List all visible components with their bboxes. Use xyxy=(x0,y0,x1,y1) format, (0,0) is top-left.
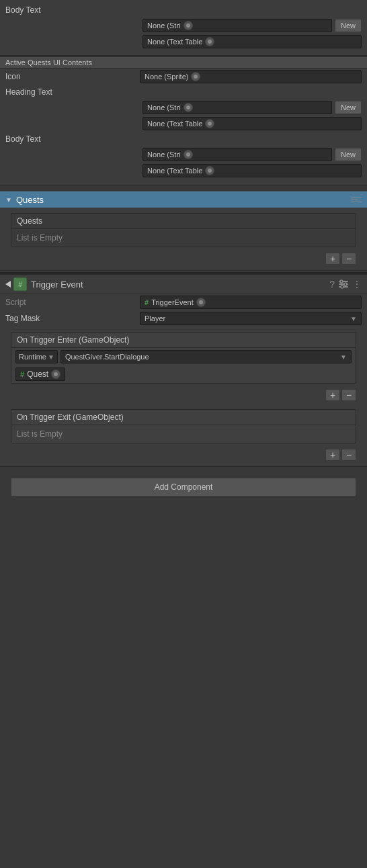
none-string-body-row: None (Stri New xyxy=(0,146,367,163)
circle-body-btn[interactable] xyxy=(184,150,193,159)
runtime-arrow: ▼ xyxy=(48,353,54,361)
new-button-heading[interactable]: New xyxy=(335,101,362,114)
icon-label: Icon xyxy=(5,72,140,81)
none-text-table-heading-text: None (Text Table xyxy=(147,120,202,128)
function-text: QuestGiver.StartDialogue xyxy=(65,353,340,361)
runtime-text: Runtime xyxy=(19,353,46,361)
tag-mask-dropdown[interactable]: Player ▼ xyxy=(140,312,362,325)
script-field-row: Script # TriggerEvent xyxy=(0,294,367,310)
quests-list-container: Quests List is Empty xyxy=(11,213,356,247)
body-text-aq-label: Body Text xyxy=(5,134,140,144)
active-quests-header-text: Active Quests UI Contents xyxy=(5,58,92,67)
trigger-exit-remove-btn[interactable]: − xyxy=(341,449,356,461)
none-string-heading-row: None (Stri New xyxy=(0,99,367,116)
quest-hash-icon: # xyxy=(20,370,24,378)
on-trigger-enter-header: On Trigger Enter (GameObject) xyxy=(11,333,356,348)
new-button-1[interactable]: New xyxy=(335,19,362,32)
trigger-event-icon: # xyxy=(13,277,27,291)
quests-remove-btn[interactable]: − xyxy=(341,253,356,265)
trigger-enter-add-btn[interactable]: + xyxy=(325,389,340,401)
script-circle-btn[interactable] xyxy=(196,298,206,307)
circle-table-heading-btn[interactable] xyxy=(205,119,214,128)
script-field[interactable]: # TriggerEvent xyxy=(140,296,362,309)
icon-circle-btn[interactable] xyxy=(191,72,200,81)
none-text-table-body-row: None (Text Table xyxy=(0,163,367,179)
runtime-row: Runtime ▼ QuestGiver.StartDialogue ▼ xyxy=(11,348,356,365)
circle-heading-btn[interactable] xyxy=(184,103,193,112)
on-trigger-enter-section: On Trigger Enter (GameObject) Runtime ▼ … xyxy=(11,332,356,384)
function-dropdown[interactable]: QuestGiver.StartDialogue ▼ xyxy=(60,350,352,363)
none-text-table-body-text: None (Text Table xyxy=(147,167,202,175)
none-string-body-field[interactable]: None (Stri xyxy=(142,148,332,161)
none-text-table-field-1[interactable]: None (Text Table xyxy=(142,35,362,48)
quests-header-label: Quests xyxy=(16,195,351,205)
trigger-enter-add-remove: + − xyxy=(5,386,362,404)
trigger-exit-add-btn[interactable]: + xyxy=(325,449,340,461)
quests-adjust-icon[interactable] xyxy=(351,198,362,202)
active-quests-header: Active Quests UI Contents xyxy=(0,56,367,69)
trigger-collapse-icon[interactable] xyxy=(5,281,11,288)
tag-mask-value: Player xyxy=(145,314,350,322)
icon-field-row: Icon None (Sprite) xyxy=(0,69,367,85)
tag-mask-label: Tag Mask xyxy=(5,314,140,323)
trigger-header-icons: ? ⋮ xyxy=(329,279,362,290)
svg-point-3 xyxy=(340,280,343,283)
script-value-container: # TriggerEvent xyxy=(140,296,362,309)
script-label: Script xyxy=(5,298,140,307)
icon-none-field[interactable]: None (Sprite) xyxy=(140,70,362,83)
trigger-event-header: # Trigger Event ? ⋮ xyxy=(0,273,367,294)
body-text-aq-row: Body Text xyxy=(0,132,367,146)
quests-collapse-icon: ▼ xyxy=(5,196,12,204)
runtime-dropdown[interactable]: Runtime ▼ xyxy=(15,350,58,363)
trigger-more-icon[interactable]: ⋮ xyxy=(352,279,362,290)
none-text-table-heading-field[interactable]: None (Text Table xyxy=(142,117,362,130)
new-button-body[interactable]: New xyxy=(335,148,362,161)
circle-table-body-btn[interactable] xyxy=(205,166,214,175)
none-text-table-row-1: None (Text Table xyxy=(0,34,367,50)
body-text-field-row: Body Text xyxy=(0,3,367,17)
script-hash-icon: # xyxy=(145,298,149,306)
none-string-heading-text: None (Stri xyxy=(147,103,181,112)
body-text-label: Body Text xyxy=(5,5,140,15)
quests-list-header: Quests xyxy=(11,214,356,229)
circle-select-btn-table-1[interactable] xyxy=(205,37,214,46)
svg-point-5 xyxy=(341,286,343,288)
quest-ref-circle-btn[interactable] xyxy=(51,370,60,379)
trigger-event-section: # Trigger Event ? ⋮ Script # xyxy=(0,272,367,467)
tag-mask-row: Tag Mask Player ▼ xyxy=(0,310,367,327)
quests-header[interactable]: ▼ Quests xyxy=(0,191,367,208)
function-arrow: ▼ xyxy=(340,353,347,361)
on-trigger-exit-section: On Trigger Exit (GameObject) List is Emp… xyxy=(11,409,356,443)
tag-mask-value-container: Player ▼ xyxy=(140,312,362,325)
quest-ref-row: # Quest xyxy=(11,365,356,383)
on-trigger-exit-container: On Trigger Exit (GameObject) List is Emp… xyxy=(0,409,367,466)
none-string-heading-field[interactable]: None (Stri xyxy=(142,101,332,114)
on-trigger-exit-header: On Trigger Exit (GameObject) xyxy=(11,410,356,425)
trigger-enter-remove-btn[interactable]: − xyxy=(341,389,356,401)
trigger-help-icon[interactable]: ? xyxy=(329,279,335,290)
circle-select-btn-1[interactable] xyxy=(184,21,193,30)
none-text-table-text-1: None (Text Table xyxy=(147,38,202,46)
top-body-text-section: Body Text None (Stri New None (Text Tabl… xyxy=(0,0,367,56)
quests-section: ▼ Quests Quests List is Empty + − xyxy=(0,191,367,271)
none-string-body-text: None (Stri xyxy=(147,150,181,159)
active-quests-panel: Active Quests UI Contents Icon None (Spr… xyxy=(0,56,367,186)
none-string-row-1: None (Stri New xyxy=(0,17,367,34)
icon-value-container: None (Sprite) xyxy=(140,70,362,83)
trigger-settings-icon[interactable] xyxy=(339,279,348,289)
trigger-exit-add-remove: + − xyxy=(5,446,362,464)
add-component-button[interactable]: Add Component xyxy=(11,478,356,496)
none-string-text-1: None (Stri xyxy=(147,21,181,30)
quest-ref-field[interactable]: # Quest xyxy=(15,367,65,381)
quest-ref-text: Quest xyxy=(27,370,48,379)
none-text-table-heading-row: None (Text Table xyxy=(0,116,367,132)
none-text-table-body-field[interactable]: None (Text Table xyxy=(142,164,362,177)
heading-text-label: Heading Text xyxy=(5,87,140,97)
none-string-field-1[interactable]: None (Stri xyxy=(142,19,332,32)
heading-text-field-row: Heading Text xyxy=(0,85,367,99)
trigger-exit-list-empty: List is Empty xyxy=(11,425,356,443)
icon-none-text: None (Sprite) xyxy=(145,73,188,81)
quests-add-remove-row: + − xyxy=(5,250,362,267)
trigger-event-title: Trigger Event xyxy=(31,279,329,290)
quests-add-btn[interactable]: + xyxy=(325,253,340,265)
